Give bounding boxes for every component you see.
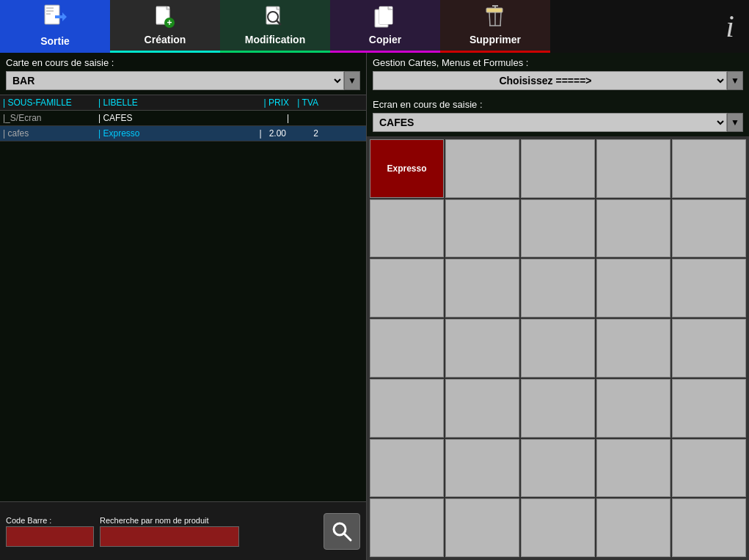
sortie-icon [43,4,67,32]
modification-label: Modification [245,34,305,45]
grid-cell[interactable] [370,439,444,498]
col-libelle-header: | LIBELLE [98,97,245,108]
gestion-select[interactable]: Choisissez =====> [373,71,727,90]
copier-button[interactable]: Copier [330,0,440,53]
svg-line-23 [344,534,351,540]
barcode-label: Code Barre : [6,516,94,525]
svg-rect-15 [486,8,503,12]
grid-cell[interactable] [672,379,746,438]
carte-select[interactable]: BAR [6,71,344,90]
copier-icon [373,5,397,31]
left-panel: Carte en cours de saisie : BAR ▼ | SOUS-… [0,53,367,560]
svg-rect-2 [46,10,54,12]
grid-cell[interactable] [370,379,444,438]
grid-cell[interactable] [370,259,444,317]
row-lib: | Expresso [98,128,245,139]
col-prix-header: | PRIX [245,97,289,108]
row-tva: 2 [289,128,318,139]
row-prix: | [245,113,289,123]
grid-cell[interactable] [370,199,444,258]
modification-button[interactable]: Modification [220,0,330,53]
grid-cell[interactable] [672,259,746,317]
info-icon: i [726,9,734,44]
grid-cell[interactable] [445,259,519,317]
grid-cell[interactable] [445,498,519,557]
copier-label: Copier [369,34,401,45]
ecran-dropdown-row: CAFES ▼ [367,111,749,136]
ecran-dropdown-arrow[interactable]: ▼ [727,113,743,132]
grid-cell[interactable] [596,439,671,498]
svg-text:+: + [167,18,172,28]
grid-cell[interactable] [596,139,671,198]
col-tva-header: | TVA [289,97,318,108]
grid-cell[interactable] [672,199,746,258]
creation-label: Création [145,34,186,45]
grid-cell[interactable] [521,199,595,258]
gestion-dropdown-arrow[interactable]: ▼ [727,71,743,90]
modification-icon [263,5,287,31]
grid-cell[interactable] [596,379,671,438]
row-sf: | cafes [3,128,98,139]
creation-icon: + [153,5,177,31]
carte-dropdown-arrow[interactable]: ▼ [344,71,360,90]
grid-cell[interactable] [445,319,519,377]
ecran-label: Ecran en cours de saisie : [367,95,749,111]
ecran-select[interactable]: CAFES [373,113,727,132]
gestion-label: Gestion Cartes, Menus et Formules : [367,53,749,70]
row-tva [289,113,318,123]
carte-dropdown-row: BAR ▼ [0,70,366,95]
search-bar: Code Barre : Recherche par nom de produi… [0,501,366,560]
supprimer-icon [483,5,507,31]
grid-cell[interactable] [521,139,595,198]
right-panel: Gestion Cartes, Menus et Formules : Choi… [367,53,749,560]
svg-rect-3 [46,13,51,15]
toolbar: Sortie + Création Modification [0,0,749,53]
grid-cell[interactable] [521,259,595,317]
sortie-button[interactable]: Sortie [0,0,110,53]
table-row[interactable]: | cafes | Expresso | 2.00 2 [0,126,366,141]
grid-cell[interactable] [521,379,595,438]
info-section: i [550,0,749,53]
carte-label: Carte en cours de saisie : [0,53,366,70]
table-header: | SOUS-FAMILLE | LIBELLE | PRIX | TVA [0,95,366,111]
table-body: |_S/Ecran | CAFES | | cafes | Expresso |… [0,111,366,501]
grid-cell[interactable] [672,139,746,198]
barcode-input[interactable] [6,526,94,547]
product-field: Recherche par nom de produit [100,516,239,547]
button-grid: Expresso [367,136,749,560]
search-button[interactable] [324,513,360,550]
grid-cell[interactable] [596,199,671,258]
creation-button[interactable]: + Création [110,0,220,53]
sortie-label: Sortie [40,35,70,47]
grid-cell[interactable] [445,199,519,258]
product-input[interactable] [100,526,239,547]
grid-cell-expresso[interactable]: Expresso [370,139,444,198]
svg-line-20 [500,12,501,26]
grid-cell[interactable] [521,319,595,377]
table-row[interactable]: |_S/Ecran | CAFES | [0,111,366,126]
row-prix: | 2.00 [245,128,289,139]
grid-cell[interactable] [596,319,671,377]
grid-cell[interactable] [445,139,519,198]
grid-cell[interactable] [672,498,746,557]
grid-cell[interactable] [370,319,444,377]
grid-cell[interactable] [445,439,519,498]
grid-cell[interactable] [672,319,746,377]
grid-cell[interactable] [596,498,671,557]
main-content: Carte en cours de saisie : BAR ▼ | SOUS-… [0,53,749,560]
grid-cell[interactable] [672,439,746,498]
col-sous-famille-header: | SOUS-FAMILLE [3,97,98,108]
grid-cell[interactable] [596,259,671,317]
row-sf: |_S/Ecran [3,113,98,123]
grid-cell[interactable] [370,498,444,557]
svg-line-18 [489,12,490,26]
grid-cell[interactable] [445,379,519,438]
product-label: Recherche par nom de produit [100,516,239,525]
supprimer-label: Supprimer [470,34,521,45]
supprimer-button[interactable]: Supprimer [440,0,550,53]
svg-rect-1 [46,7,54,9]
grid-cell[interactable] [521,439,595,498]
grid-cell[interactable] [521,498,595,557]
barcode-field: Code Barre : [6,516,94,547]
row-lib: | CAFES [98,113,245,123]
